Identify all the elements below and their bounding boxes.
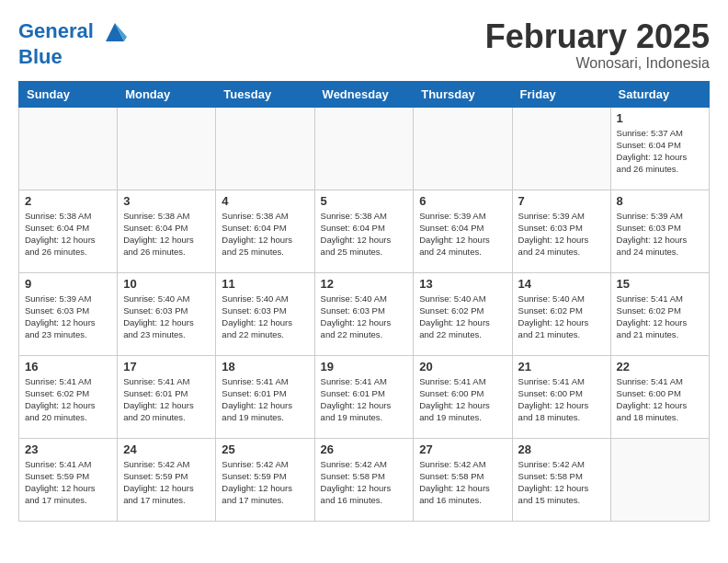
calendar-cell: 15Sunrise: 5:41 AM Sunset: 6:02 PM Dayli… — [610, 272, 709, 355]
calendar-cell: 21Sunrise: 5:41 AM Sunset: 6:00 PM Dayli… — [512, 355, 610, 438]
calendar-cell: 6Sunrise: 5:39 AM Sunset: 6:04 PM Daylig… — [414, 190, 512, 272]
day-number: 2 — [25, 194, 111, 208]
day-number: 6 — [419, 194, 506, 208]
day-info: Sunrise: 5:39 AM Sunset: 6:04 PM Dayligh… — [419, 210, 506, 259]
page-header: General Blue February 2025 Wonosari, Ind… — [18, 18, 710, 72]
calendar-cell — [216, 107, 314, 190]
day-number: 13 — [419, 277, 506, 291]
calendar-cell — [512, 107, 610, 190]
week-row-1: 1Sunrise: 5:37 AM Sunset: 6:04 PM Daylig… — [19, 107, 710, 190]
day-info: Sunrise: 5:38 AM Sunset: 6:04 PM Dayligh… — [222, 210, 308, 259]
day-info: Sunrise: 5:40 AM Sunset: 6:02 PM Dayligh… — [419, 293, 506, 341]
day-number: 17 — [123, 360, 210, 373]
calendar-cell: 11Sunrise: 5:40 AM Sunset: 6:03 PM Dayli… — [216, 272, 314, 355]
calendar-cell — [118, 107, 216, 190]
day-info: Sunrise: 5:41 AM Sunset: 6:01 PM Dayligh… — [123, 375, 210, 424]
day-info: Sunrise: 5:38 AM Sunset: 6:04 PM Dayligh… — [321, 210, 408, 259]
logo: General Blue — [18, 18, 129, 68]
calendar-cell: 19Sunrise: 5:41 AM Sunset: 6:01 PM Dayli… — [314, 355, 414, 438]
day-info: Sunrise: 5:42 AM Sunset: 5:59 PM Dayligh… — [222, 458, 308, 507]
day-info: Sunrise: 5:41 AM Sunset: 6:01 PM Dayligh… — [321, 375, 408, 424]
day-info: Sunrise: 5:40 AM Sunset: 6:03 PM Dayligh… — [321, 293, 408, 341]
calendar-table: SundayMondayTuesdayWednesdayThursdayFrid… — [18, 81, 710, 522]
calendar-cell: 8Sunrise: 5:39 AM Sunset: 6:03 PM Daylig… — [610, 190, 709, 272]
calendar-cell: 9Sunrise: 5:39 AM Sunset: 6:03 PM Daylig… — [19, 272, 118, 355]
calendar-cell: 22Sunrise: 5:41 AM Sunset: 6:00 PM Dayli… — [610, 355, 709, 438]
calendar-header-row: SundayMondayTuesdayWednesdayThursdayFrid… — [19, 81, 710, 107]
month-title: February 2025 — [485, 18, 710, 55]
day-number: 14 — [518, 277, 605, 291]
calendar-cell: 7Sunrise: 5:39 AM Sunset: 6:03 PM Daylig… — [512, 190, 610, 272]
calendar-cell — [414, 107, 512, 190]
day-info: Sunrise: 5:40 AM Sunset: 6:03 PM Dayligh… — [222, 293, 308, 341]
calendar-cell: 16Sunrise: 5:41 AM Sunset: 6:02 PM Dayli… — [19, 355, 118, 438]
logo-line1: General — [18, 19, 94, 42]
day-info: Sunrise: 5:42 AM Sunset: 5:58 PM Dayligh… — [321, 458, 408, 507]
day-number: 11 — [222, 277, 308, 291]
calendar-cell: 24Sunrise: 5:42 AM Sunset: 5:59 PM Dayli… — [118, 438, 216, 521]
logo-text: General — [18, 18, 129, 46]
day-number: 24 — [123, 442, 210, 456]
calendar-cell: 18Sunrise: 5:41 AM Sunset: 6:01 PM Dayli… — [216, 355, 314, 438]
location-subtitle: Wonosari, Indonesia — [485, 55, 710, 72]
calendar-cell: 23Sunrise: 5:41 AM Sunset: 5:59 PM Dayli… — [19, 438, 118, 521]
day-info: Sunrise: 5:40 AM Sunset: 6:03 PM Dayligh… — [123, 293, 210, 341]
calendar-cell: 3Sunrise: 5:38 AM Sunset: 6:04 PM Daylig… — [118, 190, 216, 272]
day-info: Sunrise: 5:40 AM Sunset: 6:02 PM Dayligh… — [518, 293, 605, 341]
calendar-cell: 12Sunrise: 5:40 AM Sunset: 6:03 PM Dayli… — [314, 272, 414, 355]
week-row-4: 16Sunrise: 5:41 AM Sunset: 6:02 PM Dayli… — [19, 355, 710, 438]
day-number: 21 — [518, 360, 605, 373]
day-number: 27 — [419, 442, 506, 456]
day-number: 16 — [25, 360, 111, 373]
calendar-cell: 25Sunrise: 5:42 AM Sunset: 5:59 PM Dayli… — [216, 438, 314, 521]
column-header-saturday: Saturday — [610, 81, 709, 107]
day-info: Sunrise: 5:41 AM Sunset: 6:02 PM Dayligh… — [25, 375, 111, 424]
day-number: 1 — [617, 111, 703, 125]
column-header-sunday: Sunday — [19, 81, 118, 107]
calendar-cell — [314, 107, 414, 190]
calendar-cell: 4Sunrise: 5:38 AM Sunset: 6:04 PM Daylig… — [216, 190, 314, 272]
day-number: 20 — [419, 360, 506, 373]
logo-icon — [101, 18, 129, 46]
column-header-monday: Monday — [118, 81, 216, 107]
day-info: Sunrise: 5:41 AM Sunset: 6:01 PM Dayligh… — [222, 375, 308, 424]
day-number: 9 — [25, 277, 111, 291]
day-number: 10 — [123, 277, 210, 291]
column-header-thursday: Thursday — [414, 81, 512, 107]
day-info: Sunrise: 5:38 AM Sunset: 6:04 PM Dayligh… — [25, 210, 111, 259]
logo-line2: Blue — [18, 46, 129, 68]
calendar-cell: 1Sunrise: 5:37 AM Sunset: 6:04 PM Daylig… — [610, 107, 709, 190]
calendar-cell — [19, 107, 118, 190]
day-info: Sunrise: 5:39 AM Sunset: 6:03 PM Dayligh… — [25, 293, 111, 341]
day-info: Sunrise: 5:39 AM Sunset: 6:03 PM Dayligh… — [518, 210, 605, 259]
day-info: Sunrise: 5:41 AM Sunset: 5:59 PM Dayligh… — [25, 458, 111, 507]
day-info: Sunrise: 5:37 AM Sunset: 6:04 PM Dayligh… — [617, 127, 703, 176]
day-info: Sunrise: 5:41 AM Sunset: 6:02 PM Dayligh… — [617, 293, 703, 341]
week-row-2: 2Sunrise: 5:38 AM Sunset: 6:04 PM Daylig… — [19, 190, 710, 272]
day-number: 15 — [617, 277, 703, 291]
week-row-3: 9Sunrise: 5:39 AM Sunset: 6:03 PM Daylig… — [19, 272, 710, 355]
day-info: Sunrise: 5:41 AM Sunset: 6:00 PM Dayligh… — [617, 375, 703, 424]
day-number: 28 — [518, 442, 605, 456]
column-header-wednesday: Wednesday — [314, 81, 414, 107]
week-row-5: 23Sunrise: 5:41 AM Sunset: 5:59 PM Dayli… — [19, 438, 710, 521]
calendar-cell — [610, 438, 709, 521]
day-number: 7 — [518, 194, 605, 208]
title-area: February 2025 Wonosari, Indonesia — [485, 18, 710, 72]
day-number: 12 — [321, 277, 408, 291]
calendar-cell: 5Sunrise: 5:38 AM Sunset: 6:04 PM Daylig… — [314, 190, 414, 272]
day-number: 26 — [321, 442, 408, 456]
day-info: Sunrise: 5:42 AM Sunset: 5:59 PM Dayligh… — [123, 458, 210, 507]
calendar-cell: 14Sunrise: 5:40 AM Sunset: 6:02 PM Dayli… — [512, 272, 610, 355]
day-number: 3 — [123, 194, 210, 208]
calendar-cell: 20Sunrise: 5:41 AM Sunset: 6:00 PM Dayli… — [414, 355, 512, 438]
day-info: Sunrise: 5:42 AM Sunset: 5:58 PM Dayligh… — [419, 458, 506, 507]
calendar-cell: 13Sunrise: 5:40 AM Sunset: 6:02 PM Dayli… — [414, 272, 512, 355]
day-number: 23 — [25, 442, 111, 456]
calendar-cell: 26Sunrise: 5:42 AM Sunset: 5:58 PM Dayli… — [314, 438, 414, 521]
day-number: 22 — [617, 360, 703, 373]
calendar-cell: 28Sunrise: 5:42 AM Sunset: 5:58 PM Dayli… — [512, 438, 610, 521]
day-info: Sunrise: 5:39 AM Sunset: 6:03 PM Dayligh… — [617, 210, 703, 259]
column-header-friday: Friday — [512, 81, 610, 107]
day-number: 25 — [222, 442, 308, 456]
